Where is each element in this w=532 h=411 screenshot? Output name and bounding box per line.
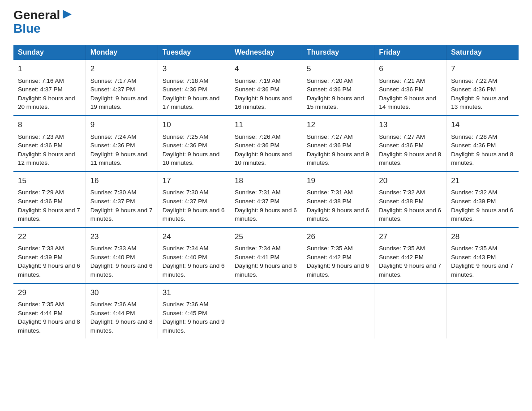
daylight-label: Daylight: 9 hours and 15 minutes. <box>307 95 364 111</box>
daylight-label: Daylight: 9 hours and 17 minutes. <box>163 95 220 111</box>
sunrise-label: Sunrise: 7:27 AM <box>379 133 425 140</box>
day-number: 4 <box>235 64 297 75</box>
daylight-label: Daylight: 9 hours and 6 minutes. <box>90 262 153 278</box>
sunrise-label: Sunrise: 7:24 AM <box>90 133 137 140</box>
sunrise-label: Sunrise: 7:31 AM <box>307 189 353 196</box>
day-number: 20 <box>379 176 442 187</box>
logo-blue: Blue <box>13 21 41 35</box>
calendar-body: 1Sunrise: 7:16 AMSunset: 4:37 PMDaylight… <box>13 60 519 338</box>
sunset-label: Sunset: 4:37 PM <box>163 198 207 205</box>
sunset-label: Sunset: 4:36 PM <box>18 198 63 205</box>
sunrise-label: Sunrise: 7:25 AM <box>163 133 209 140</box>
sunrise-label: Sunrise: 7:32 AM <box>379 189 425 196</box>
calendar-week-row: 8Sunrise: 7:23 AMSunset: 4:36 PMDaylight… <box>13 116 519 171</box>
day-number: 24 <box>163 231 225 243</box>
calendar-cell: 17Sunrise: 7:30 AMSunset: 4:37 PMDayligh… <box>158 171 230 227</box>
calendar-week-row: 15Sunrise: 7:29 AMSunset: 4:36 PMDayligh… <box>13 171 519 227</box>
calendar-cell: 9Sunrise: 7:24 AMSunset: 4:36 PMDaylight… <box>86 116 158 171</box>
calendar-cell: 22Sunrise: 7:33 AMSunset: 4:39 PMDayligh… <box>13 227 86 283</box>
calendar-cell: 28Sunrise: 7:35 AMSunset: 4:43 PMDayligh… <box>446 227 519 283</box>
logo: General Blue <box>13 9 73 36</box>
calendar-cell: 29Sunrise: 7:35 AMSunset: 4:44 PMDayligh… <box>13 283 86 339</box>
day-number: 18 <box>235 176 297 187</box>
daylight-label: Daylight: 9 hours and 6 minutes. <box>307 262 369 278</box>
daylight-label: Daylight: 9 hours and 7 minutes. <box>451 262 513 278</box>
sunset-label: Sunset: 4:39 PM <box>451 198 496 205</box>
sunrise-label: Sunrise: 7:16 AM <box>18 77 64 84</box>
sunrise-label: Sunrise: 7:18 AM <box>163 77 209 84</box>
sunset-label: Sunset: 4:40 PM <box>163 254 207 261</box>
day-number: 26 <box>307 231 369 243</box>
daylight-label: Daylight: 9 hours and 6 minutes. <box>307 207 369 223</box>
daylight-label: Daylight: 9 hours and 16 minutes. <box>235 95 292 111</box>
day-number: 13 <box>379 120 442 131</box>
sunset-label: Sunset: 4:37 PM <box>90 198 135 205</box>
calendar-cell <box>446 283 519 339</box>
calendar-cell: 13Sunrise: 7:27 AMSunset: 4:36 PMDayligh… <box>374 116 446 171</box>
daylight-label: Daylight: 9 hours and 9 minutes. <box>163 318 225 334</box>
daylight-label: Daylight: 9 hours and 6 minutes. <box>451 207 513 223</box>
calendar-cell <box>302 283 374 339</box>
day-number: 6 <box>379 64 442 75</box>
column-header-thursday: Thursday <box>302 45 374 60</box>
day-number: 30 <box>90 287 153 299</box>
sunset-label: Sunset: 4:45 PM <box>163 310 207 317</box>
sunrise-label: Sunrise: 7:33 AM <box>90 245 137 252</box>
sunset-label: Sunset: 4:36 PM <box>307 142 352 149</box>
sunrise-label: Sunrise: 7:22 AM <box>451 77 497 84</box>
calendar-cell <box>374 283 446 339</box>
daylight-label: Daylight: 9 hours and 6 minutes. <box>163 207 225 223</box>
daylight-label: Daylight: 9 hours and 6 minutes. <box>235 207 297 223</box>
sunset-label: Sunset: 4:36 PM <box>18 142 63 149</box>
day-number: 7 <box>451 64 514 75</box>
daylight-label: Daylight: 9 hours and 6 minutes. <box>235 262 297 278</box>
calendar-cell: 21Sunrise: 7:32 AMSunset: 4:39 PMDayligh… <box>446 171 519 227</box>
calendar-cell: 26Sunrise: 7:35 AMSunset: 4:42 PMDayligh… <box>302 227 374 283</box>
calendar-cell: 10Sunrise: 7:25 AMSunset: 4:36 PMDayligh… <box>158 116 230 171</box>
sunset-label: Sunset: 4:43 PM <box>451 254 496 261</box>
sunrise-label: Sunrise: 7:19 AM <box>235 77 281 84</box>
sunrise-label: Sunrise: 7:32 AM <box>451 189 497 196</box>
daylight-label: Daylight: 9 hours and 8 minutes. <box>451 151 513 167</box>
daylight-label: Daylight: 9 hours and 8 minutes. <box>90 318 153 334</box>
day-number: 1 <box>18 64 81 75</box>
sunset-label: Sunset: 4:37 PM <box>235 198 279 205</box>
column-header-wednesday: Wednesday <box>230 45 302 60</box>
sunset-label: Sunset: 4:36 PM <box>163 86 207 93</box>
calendar-cell: 24Sunrise: 7:34 AMSunset: 4:40 PMDayligh… <box>158 227 230 283</box>
sunset-label: Sunset: 4:36 PM <box>163 142 207 149</box>
sunrise-label: Sunrise: 7:35 AM <box>451 245 497 252</box>
sunrise-label: Sunrise: 7:35 AM <box>18 301 64 308</box>
calendar-cell: 19Sunrise: 7:31 AMSunset: 4:38 PMDayligh… <box>302 171 374 227</box>
day-number: 31 <box>163 287 225 299</box>
sunset-label: Sunset: 4:42 PM <box>379 254 424 261</box>
day-number: 17 <box>163 176 225 187</box>
calendar-cell: 31Sunrise: 7:36 AMSunset: 4:45 PMDayligh… <box>158 283 230 339</box>
daylight-label: Daylight: 9 hours and 14 minutes. <box>379 95 436 111</box>
sunset-label: Sunset: 4:36 PM <box>90 142 135 149</box>
sunset-label: Sunset: 4:41 PM <box>235 254 279 261</box>
daylight-label: Daylight: 9 hours and 13 minutes. <box>451 95 508 111</box>
daylight-label: Daylight: 9 hours and 7 minutes. <box>379 262 441 278</box>
column-header-friday: Friday <box>374 45 446 60</box>
daylight-label: Daylight: 9 hours and 7 minutes. <box>90 207 153 223</box>
sunset-label: Sunset: 4:38 PM <box>379 198 424 205</box>
logo-arrow-icon <box>61 8 73 21</box>
column-header-saturday: Saturday <box>446 45 519 60</box>
calendar-cell: 1Sunrise: 7:16 AMSunset: 4:37 PMDaylight… <box>13 60 86 116</box>
calendar-cell: 18Sunrise: 7:31 AMSunset: 4:37 PMDayligh… <box>230 171 302 227</box>
calendar-cell: 11Sunrise: 7:26 AMSunset: 4:36 PMDayligh… <box>230 116 302 171</box>
daylight-label: Daylight: 9 hours and 7 minutes. <box>18 207 80 223</box>
day-number: 29 <box>18 287 81 299</box>
day-number: 11 <box>235 120 297 131</box>
column-header-sunday: Sunday <box>13 45 86 60</box>
daylight-label: Daylight: 9 hours and 10 minutes. <box>163 151 220 167</box>
calendar-cell: 6Sunrise: 7:21 AMSunset: 4:36 PMDaylight… <box>374 60 446 116</box>
page-header: General Blue <box>13 9 519 36</box>
day-number: 2 <box>90 64 153 75</box>
calendar-cell: 8Sunrise: 7:23 AMSunset: 4:36 PMDaylight… <box>13 116 86 171</box>
calendar-cell: 15Sunrise: 7:29 AMSunset: 4:36 PMDayligh… <box>13 171 86 227</box>
day-number: 12 <box>307 120 369 131</box>
svg-marker-0 <box>63 10 72 19</box>
day-number: 27 <box>379 231 442 243</box>
